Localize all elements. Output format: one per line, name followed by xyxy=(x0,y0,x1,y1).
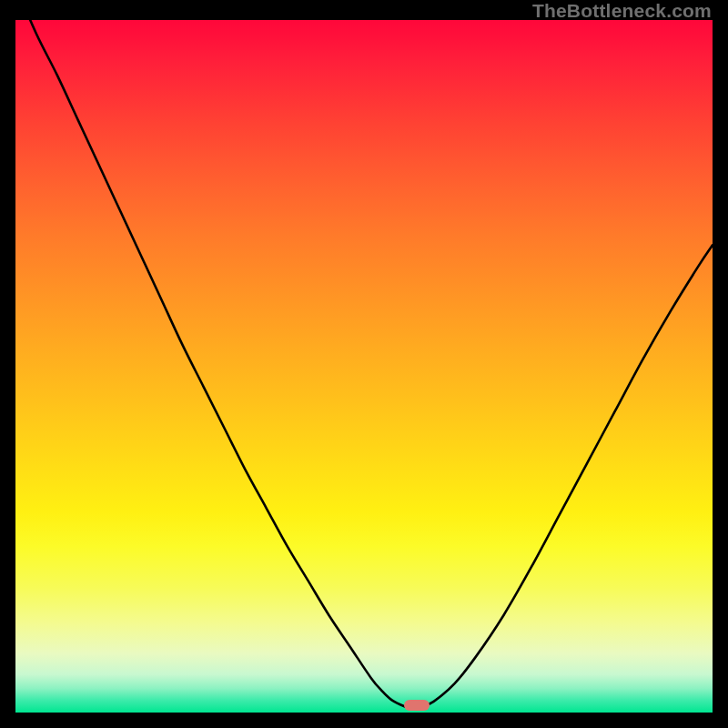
bottleneck-marker xyxy=(404,700,430,711)
chart-frame: TheBottleneck.com xyxy=(0,0,728,728)
bottleneck-curve xyxy=(15,20,713,713)
watermark-text: TheBottleneck.com xyxy=(532,0,712,22)
plot-area xyxy=(15,20,713,713)
